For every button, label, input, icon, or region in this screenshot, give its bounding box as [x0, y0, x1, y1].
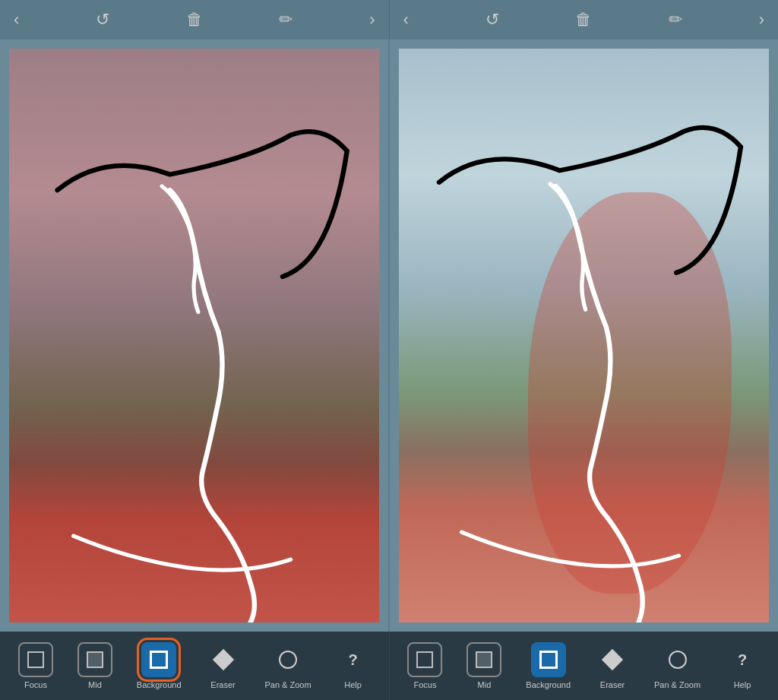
- diamond-icon-right: [602, 649, 623, 670]
- right-tools: Focus Mid Background Eraser Pan & Zoom: [389, 632, 779, 700]
- top-toolbar: ‹ ↺ 🗑 ✏ › ‹ ↺ 🗑 ✏ ›: [0, 0, 778, 40]
- tool-mid-left[interactable]: Mid: [77, 642, 112, 689]
- tool-eraser-left[interactable]: Eraser: [206, 642, 241, 689]
- forward-icon-right[interactable]: ›: [759, 10, 764, 30]
- panzoom-icon-left: [270, 642, 305, 677]
- circle-icon-right: [669, 651, 687, 669]
- delete-icon-left[interactable]: 🗑: [186, 10, 203, 30]
- background-icon-left: [141, 642, 176, 677]
- undo-icon-left[interactable]: ↺: [96, 10, 109, 30]
- tool-help-left[interactable]: ? Help: [336, 642, 371, 689]
- left-toolbar: ‹ ↺ 🗑 ✏ ›: [0, 0, 389, 40]
- left-strokes: [9, 49, 379, 622]
- right-toolbar: ‹ ↺ 🗑 ✏ ›: [389, 0, 779, 40]
- tool-panzoom-right[interactable]: Pan & Zoom: [654, 642, 701, 689]
- back-icon-left[interactable]: ‹: [14, 10, 19, 30]
- mid-icon-right: [466, 642, 501, 677]
- panzoom-label-left: Pan & Zoom: [264, 680, 311, 689]
- right-strokes: [399, 49, 769, 622]
- edit-icon-right[interactable]: ✏: [669, 10, 682, 30]
- tool-eraser-right[interactable]: Eraser: [595, 642, 630, 689]
- mid-icon-left: [77, 642, 112, 677]
- left-image[interactable]: [9, 49, 379, 622]
- help-label-right: Help: [734, 680, 751, 689]
- back-icon-right[interactable]: ‹: [403, 10, 409, 30]
- right-image[interactable]: [399, 49, 769, 622]
- panzoom-label-right: Pan & Zoom: [654, 680, 701, 689]
- mid-label-left: Mid: [88, 680, 102, 689]
- background-label-right: Background: [526, 680, 571, 689]
- tool-mid-right[interactable]: Mid: [466, 642, 501, 689]
- panzoom-icon-right: [660, 642, 695, 677]
- help-icon-left: ?: [336, 642, 371, 677]
- right-panel: [388, 40, 778, 632]
- left-tools: Focus Mid Background Eraser: [0, 632, 389, 700]
- focus-icon-left: [18, 642, 53, 677]
- focus-label-right: Focus: [413, 680, 436, 689]
- background-icon-right: [531, 642, 566, 677]
- mid-label-right: Mid: [478, 680, 492, 689]
- circle-icon-left: [279, 651, 297, 669]
- eraser-label-left: Eraser: [210, 680, 235, 689]
- bg-square-left: [150, 651, 168, 669]
- tool-background-right[interactable]: Background: [526, 642, 571, 689]
- bg-square-right: [539, 651, 558, 669]
- eraser-icon-right: [595, 642, 630, 677]
- left-panel: [0, 40, 388, 632]
- tool-help-right[interactable]: ? Help: [725, 642, 760, 689]
- delete-icon-right[interactable]: 🗑: [575, 10, 592, 30]
- main-area: [0, 40, 778, 632]
- forward-icon-left[interactable]: ›: [369, 10, 375, 30]
- background-label-left: Background: [137, 680, 182, 689]
- help-label-left: Help: [344, 680, 362, 689]
- bottom-toolbar: Focus Mid Background Eraser: [0, 632, 778, 700]
- tool-focus-right[interactable]: Focus: [407, 642, 442, 689]
- diamond-icon-left: [212, 649, 233, 670]
- tool-panzoom-left[interactable]: Pan & Zoom: [264, 642, 311, 689]
- undo-icon-right[interactable]: ↺: [485, 10, 499, 30]
- focus-icon-right: [407, 642, 442, 677]
- tool-focus-left[interactable]: Focus: [18, 642, 53, 689]
- eraser-icon-left: [206, 642, 241, 677]
- tool-background-left[interactable]: Background: [137, 642, 182, 689]
- focus-label-left: Focus: [24, 680, 47, 689]
- help-icon-right: ?: [725, 642, 760, 677]
- eraser-label-right: Eraser: [600, 680, 625, 689]
- edit-icon-left[interactable]: ✏: [279, 10, 293, 30]
